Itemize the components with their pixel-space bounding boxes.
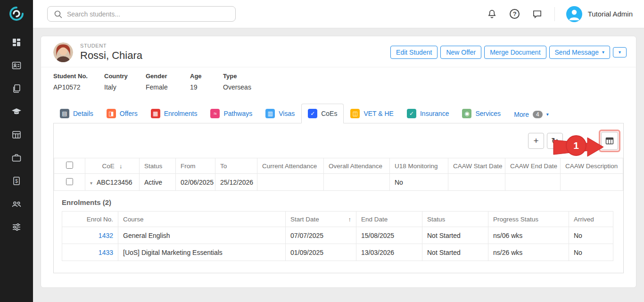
page-title: Rossi, Chiara [80,49,142,62]
notifications-bell-icon[interactable] [487,8,498,20]
tab-insurance[interactable]: ✓ Insurance [400,104,455,123]
student-card-icon[interactable] [11,60,22,71]
info-gender: Gender Female [146,73,190,91]
more-actions-dropdown-button[interactable]: ▾ [613,47,627,57]
offers-icon: ◨ [107,109,116,118]
coes-toolbar: + ↻ [54,123,623,158]
table-grid-icon [605,136,614,146]
user-menu[interactable]: Tutorial Admin [566,6,633,22]
col-coe[interactable]: CoE↓ [85,158,140,174]
coe-to: 25/12/2026 [215,174,257,191]
tab-coes[interactable]: ✓ CoEs [301,104,344,123]
arrived: No [569,227,613,244]
details-icon: ▤ [60,109,69,118]
coes-panel: + ↻ CoE↓ Status From To Current Attendan [53,123,624,273]
divider [554,7,555,21]
chevron-down-icon: ▾ [619,50,621,55]
chat-feedback-icon[interactable] [532,8,543,20]
more-count-badge: 4 [533,111,543,118]
coes-table: CoE↓ Status From To Current Attendance O… [54,158,623,191]
invoice-icon[interactable]: $ [11,176,22,186]
tab-services[interactable]: ◉ Services [455,104,507,123]
filters-sliders-icon[interactable] [11,222,22,232]
col-arrived: Arrived [569,212,613,227]
enrolments-section: Enrolments (2) Enrol No. Course Start Da… [54,191,623,270]
sidebar: $ [0,0,33,302]
col-to: To [215,158,257,174]
edit-student-button[interactable]: Edit Student [390,46,438,59]
col-course: Course [118,212,286,227]
enrol-link[interactable]: 1433 [99,249,113,256]
tab-label: Visas [279,110,295,117]
annotation-step-badge: 1 [566,135,586,156]
logo-icon [8,5,25,22]
progress-status: ns/26 wks [488,244,569,261]
end-date: 13/03/2026 [356,244,422,261]
col-start-date[interactable]: Start Date↑ [286,212,356,227]
col-current-attendance: Current Attendance [257,158,324,174]
student-photo [53,42,73,62]
tab-details[interactable]: ▤ Details [53,104,100,123]
tab-label: Offers [120,110,138,117]
select-all-checkbox[interactable] [66,162,73,169]
coe-caaw-end [505,174,561,191]
enrolments-title: Enrolments (2) [62,198,613,206]
courses-graduation-icon[interactable] [11,106,22,117]
vet-he-icon: ◫ [350,109,360,118]
student-search[interactable] [47,6,236,22]
coes-icon: ✓ [308,109,317,118]
tab-offers[interactable]: ◨ Offers [100,104,144,123]
tab-label: Pathways [223,110,252,117]
app-logo[interactable] [0,0,33,27]
col-progress-status: Progress Status [488,212,569,227]
enrol-link[interactable]: 1432 [99,232,113,239]
student-header: STUDENT Rossi, Chiara Edit Student New O… [41,36,636,67]
new-offer-button[interactable]: New Offer [440,46,481,59]
table-row: 1432 General English 07/07/2025 15/08/20… [62,227,613,244]
user-name: Tutorial Admin [588,10,633,18]
briefcase-icon[interactable] [11,153,22,163]
tab-label: Services [475,110,501,117]
student-actions: Edit Student New Offer Merge Document Se… [390,46,627,59]
row-expand-icon[interactable]: ▾ [90,180,92,186]
col-overall-attendance: Overall Attendance [324,158,390,174]
start-date: 01/09/2025 [286,244,356,261]
tab-pathways[interactable]: ≈ Pathways [204,104,259,123]
coe-caaw-description [561,174,623,191]
merge-document-button[interactable]: Merge Document [484,46,546,59]
people-icon[interactable] [11,199,22,209]
tab-enrolments[interactable]: ▦ Enrolments [144,104,204,123]
tab-vet-he[interactable]: ◫ VET & HE [344,104,400,123]
coe-overall-attendance [324,174,390,191]
student-meta: STUDENT Rossi, Chiara [80,43,142,62]
row-checkbox[interactable] [66,178,73,185]
question-mark: ? [510,9,520,19]
student-info-row: Student No. AP10572 Country Italy Gender… [41,67,636,98]
send-message-button[interactable]: Send Message▾ [549,46,610,59]
status: Not Started [422,227,488,244]
user-avatar [566,6,582,22]
tab-label: VET & HE [363,110,394,117]
col-enrol-no: Enrol No. [62,212,118,227]
search-input[interactable] [67,10,230,18]
coe-from: 02/06/2025 [176,174,215,191]
pages-icon[interactable] [11,83,22,94]
arrived: No [569,244,613,261]
enrolments-table: Enrol No. Course Start Date↑ End Date St… [62,211,613,261]
coe-current-attendance [257,174,324,191]
tab-visas[interactable]: ▥ Visas [259,104,301,123]
tab-more[interactable]: More 4 ▾ [507,106,555,123]
pathways-icon: ≈ [210,109,220,118]
info-country: Country Italy [104,73,146,91]
dashboard-icon[interactable] [11,37,22,48]
tab-label: Enrolments [164,110,198,117]
table-row: 1433 [UoS] Digital Marketing Essentials … [62,244,613,261]
tab-label: CoEs [321,110,337,117]
table-icon[interactable] [11,130,22,140]
col-from: From [176,158,215,174]
add-coe-button[interactable]: + [528,133,544,149]
help-icon[interactable]: ? [509,8,520,20]
svg-text:$: $ [15,179,18,184]
col-caaw-end: CAAW End Date [505,158,561,174]
tab-label: Details [73,110,93,117]
